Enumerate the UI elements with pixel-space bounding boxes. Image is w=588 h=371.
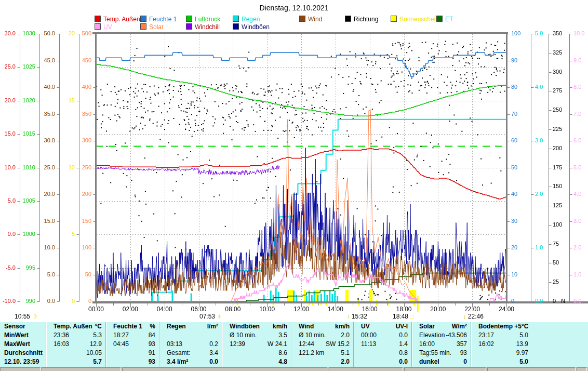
sensor-name: Windböen: [226, 322, 260, 331]
axis-tick-label: 1005: [16, 198, 35, 204]
table-cell: 10.05: [46, 349, 106, 357]
axis-tick-label: 300: [72, 138, 91, 143]
axis-tick-label: 5: [55, 231, 75, 237]
cell-time: 12:39: [226, 340, 245, 349]
time-label: 20:00: [425, 306, 450, 313]
axis-tick-label: 0: [72, 298, 91, 304]
cell-value: 8.6: [278, 349, 287, 357]
legend-item-wind: Wind: [299, 16, 322, 22]
table-cell: 9.97: [471, 349, 532, 357]
sun-marker-time: 22:46: [468, 313, 484, 320]
uv-legend-label: UV: [103, 23, 112, 31]
axis-tick-label: 150: [553, 183, 562, 189]
cell-value: 9.97: [516, 349, 528, 357]
table-cell: 2.0: [291, 357, 354, 366]
axis-tick-label: 100: [511, 31, 520, 36]
sun-marker-time: 15:32: [352, 313, 367, 320]
axis-tick-label: 10: [511, 272, 517, 277]
table-column-7: Bodentemp +5°C23:175.016:0213.99.975.0: [471, 322, 588, 367]
cell-time: 16:02: [475, 340, 494, 349]
time-label: 00:00: [84, 306, 109, 313]
axis-tick-label: 0.0: [35, 298, 55, 304]
sensor-name: Temp. Außen: [50, 322, 92, 331]
luftdruck-legend-swatch: [186, 16, 192, 22]
table-cell: 5.7: [46, 357, 106, 366]
cell-value: 13.9: [516, 340, 528, 349]
table-column-6: SolarW/m²Elevation-43.50616:00357Tag:55 …: [411, 322, 471, 367]
feuchte-legend-swatch: [140, 16, 146, 22]
sensor-unit: km/h: [335, 322, 350, 331]
cell-time: [50, 349, 54, 357]
axis-tick-label: 6.0: [573, 138, 581, 143]
table-label-column: SensorMinWertMaxWertDurchschnitt12.10. 2…: [0, 322, 46, 367]
axis-tick-label: 45.0: [35, 58, 55, 63]
cell-time: 18:27: [110, 331, 129, 340]
axis-tick-label: 450: [72, 58, 91, 63]
table-cell: 16:0312.9: [46, 340, 106, 349]
axis-tick-label: 80: [511, 84, 517, 90]
chart-canvas: [0, 0, 588, 371]
cell-value: 3.4: [209, 349, 218, 357]
sonnenschein-legend-swatch: [391, 16, 397, 22]
table-row-label: 12.10. 23:59: [0, 357, 46, 366]
axis-tick-label: 1000: [16, 231, 35, 237]
sensor-unit: W/m²: [452, 322, 467, 331]
cell-value: W 24.1: [268, 340, 287, 349]
arrow-icon: ↑: [347, 313, 350, 320]
axis-tick-label: 30: [511, 218, 517, 224]
legend-item-richtung: Richtung: [345, 16, 378, 22]
cell-value: 5.0: [519, 331, 528, 340]
cell-time: 03:13: [164, 340, 182, 349]
axis-tick-label: 70: [511, 111, 517, 117]
page-title: Dienstag, 12.10.2021: [0, 4, 588, 12]
table-column-header: Temp. Außen°C: [46, 322, 106, 331]
status-segment-5: [487, 367, 576, 371]
cell-time: Tag:55 min.: [416, 349, 451, 357]
axis-tick-label: 1030: [16, 31, 35, 36]
cell-time: Elevation: [416, 331, 445, 340]
axis-tick-label: 100: [553, 222, 562, 228]
table-cell: 121.2 km5.1: [291, 349, 354, 357]
axis-tick-label: 9.0: [573, 58, 581, 63]
axis-tick-label: 50: [511, 165, 517, 170]
axis-tick-label: 250: [72, 165, 91, 170]
cell-value: 3.5: [278, 331, 287, 340]
axis-tick-label: 2.0: [573, 245, 581, 250]
cell-value: 5.0: [519, 357, 528, 366]
axis-tick-label: 35.0: [35, 111, 55, 117]
cell-time: 04:45: [110, 340, 129, 349]
axis-tick-label: 275: [553, 88, 562, 94]
cell-time: 23:17: [475, 331, 494, 340]
status-segment-6: [577, 367, 587, 371]
sunset-icon: □: [410, 313, 413, 320]
axis-tick-label: 15.0: [35, 218, 55, 224]
table-column-2: Regenl/m²03:130.2Gesamt:3.43.4 l/m²0.0: [159, 322, 222, 367]
axis-tick-label: 75: [553, 241, 559, 247]
table-cell: Ø 10 min.2.0: [291, 331, 354, 340]
feuchte-legend-label: Feuchte 1: [149, 16, 177, 23]
sensor-name: Solar: [416, 322, 435, 331]
sensor-unit: %: [150, 322, 155, 331]
cell-value: 2.0: [341, 357, 350, 366]
cell-value: 357: [457, 340, 467, 349]
axis-tick-label: 350: [72, 111, 91, 117]
time-label: 06:00: [186, 306, 211, 313]
legend-item-sonnenschein: Sonnenschein: [391, 16, 439, 22]
table-cell: 0.8: [354, 349, 412, 357]
table-cell: 0.0: [354, 357, 412, 366]
time-label: 18:00: [392, 306, 417, 313]
row-label: MaxWert: [4, 340, 30, 349]
arrow-icon: ↓: [463, 313, 466, 320]
axis-tick-label: 0.0: [573, 298, 581, 304]
axis-tick-label: 0.0: [535, 298, 543, 304]
axis-tick-label: 5.0: [0, 198, 16, 204]
richtung-legend-swatch: [345, 16, 351, 22]
axis-tick-label: 15: [55, 98, 75, 103]
time-label: 16:00: [357, 306, 382, 313]
axis-label-north: N: [561, 298, 565, 304]
legend-item-uv: UV: [95, 23, 112, 30]
table-cell: 8.6: [222, 349, 291, 357]
cell-time: 16:03: [50, 340, 69, 349]
axis-tick-label: 25.0: [0, 64, 16, 70]
cell-time: dunkel: [416, 357, 439, 366]
